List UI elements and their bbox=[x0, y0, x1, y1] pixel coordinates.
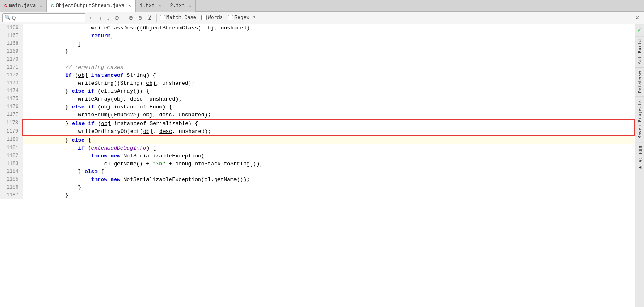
line-number: 1181 bbox=[0, 144, 23, 152]
line-number: 1176 bbox=[0, 103, 23, 111]
table-row: 1173 writeString((String) obj, unshared)… bbox=[0, 79, 634, 87]
line-number: 1185 bbox=[0, 176, 23, 184]
line-content: } else if (obj instanceof Serializable) … bbox=[23, 119, 634, 128]
table-row: 1177 writeEnum((Enum<?>) obj, desc, unsh… bbox=[0, 111, 634, 119]
line-content: writeEnum((Enum<?>) obj, desc, unshared)… bbox=[23, 111, 634, 119]
line-number: 1183 bbox=[0, 160, 23, 168]
table-row: 1168 } bbox=[0, 40, 634, 48]
table-row: 1174 } else if (cl.isArray()) { bbox=[0, 87, 634, 95]
table-row: 1170 bbox=[0, 56, 634, 64]
line-number: 1178 bbox=[0, 119, 23, 128]
line-content: if (obj instanceof String) { bbox=[23, 71, 634, 79]
table-row: 1175 writeArray(obj, desc, unshared); bbox=[0, 95, 634, 103]
back-button[interactable]: ← bbox=[87, 14, 96, 22]
line-number: 1171 bbox=[0, 64, 23, 71]
find-usages-button[interactable]: ⊙ bbox=[113, 14, 121, 22]
search-close-button[interactable]: × bbox=[633, 14, 642, 22]
match-case-checkbox[interactable] bbox=[160, 15, 165, 20]
line-content: } bbox=[23, 192, 634, 199]
ant-build-check[interactable]: ✓ bbox=[638, 24, 642, 36]
line-content bbox=[23, 56, 634, 64]
search-bar: 🔍 ← ↑ ↓ ⊙ ⊕ ⊖ ⊻ Match Case Words Regex ?… bbox=[0, 12, 644, 24]
help-icon[interactable]: ? bbox=[253, 15, 256, 20]
line-number: 1170 bbox=[0, 56, 23, 64]
line-number: 1166 bbox=[0, 24, 23, 32]
table-row: 1180 } else { bbox=[0, 136, 634, 144]
line-number: 1173 bbox=[0, 79, 23, 87]
table-row: 1169 } bbox=[0, 48, 634, 56]
editor-container: 1166 writeClassDesc((ObjectStreamClass) … bbox=[0, 24, 644, 307]
regex-checkbox[interactable] bbox=[228, 15, 233, 20]
line-content: if (extendedDebugInfo) { bbox=[23, 144, 634, 152]
tabs-bar: C main.java × C ObjectOutputStream.java … bbox=[0, 0, 644, 12]
line-number: 1180 bbox=[0, 136, 23, 144]
line-content: writeOrdinaryObject(obj, desc, unshared)… bbox=[23, 128, 634, 136]
search-icon: 🔍 bbox=[5, 15, 11, 21]
stream-icon: C bbox=[51, 3, 54, 8]
sidebar-tool-maven[interactable]: Maven Projects bbox=[635, 96, 644, 142]
exclude-occurrence-button[interactable]: ⊖ bbox=[137, 14, 144, 22]
line-content: // remaining cases bbox=[23, 64, 634, 71]
tab-label-main-java: main.java bbox=[9, 3, 36, 9]
java-icon: C bbox=[4, 3, 7, 8]
sidebar-tool-database[interactable]: Database bbox=[635, 67, 644, 96]
line-number: 1168 bbox=[0, 40, 23, 48]
line-content: throw new NotSerializableException( bbox=[23, 152, 634, 160]
table-row: 1187 } bbox=[0, 192, 634, 199]
tab-close-1-txt[interactable]: × bbox=[159, 3, 161, 8]
line-content: writeClassDesc((ObjectStreamClass) obj, … bbox=[23, 24, 634, 32]
line-content: } else { bbox=[23, 168, 634, 176]
tab-close-main-java[interactable]: × bbox=[39, 3, 42, 8]
search-input[interactable] bbox=[12, 15, 83, 21]
regex-text: Regex bbox=[234, 15, 249, 21]
line-number: 1184 bbox=[0, 168, 23, 176]
tab-label-2-txt: 2.txt bbox=[170, 3, 185, 9]
down-button[interactable]: ↓ bbox=[105, 14, 112, 22]
code-table: 1166 writeClassDesc((ObjectStreamClass) … bbox=[0, 24, 635, 199]
add-occurrence-button[interactable]: ⊕ bbox=[127, 14, 135, 22]
right-sidebar: ✓ Ant Build Database Maven Projects ▶ 4:… bbox=[635, 24, 644, 307]
tab-objectoutputstream-java[interactable]: C ObjectOutputStream.java × bbox=[47, 0, 136, 12]
table-row: 1182 throw new NotSerializableException( bbox=[0, 152, 634, 160]
table-row: 1179 writeOrdinaryObject(obj, desc, unsh… bbox=[0, 128, 634, 136]
table-row: 1171 // remaining cases bbox=[0, 64, 634, 71]
words-label[interactable]: Words bbox=[201, 15, 223, 21]
tab-main-java[interactable]: C main.java × bbox=[0, 0, 47, 12]
tab-1-txt[interactable]: 1.txt × bbox=[136, 0, 166, 12]
table-row: 1183 cl.getName() + "\n" + debugInfoStac… bbox=[0, 160, 634, 168]
search-input-wrap: 🔍 bbox=[2, 13, 85, 22]
table-row: 1186 } bbox=[0, 184, 634, 192]
line-number: 1167 bbox=[0, 32, 23, 40]
words-text: Words bbox=[208, 15, 223, 21]
line-number: 1182 bbox=[0, 152, 23, 160]
match-case-label[interactable]: Match Case bbox=[160, 15, 196, 21]
line-content: writeArray(obj, desc, unshared); bbox=[23, 95, 634, 103]
line-number: 1169 bbox=[0, 48, 23, 56]
regex-label[interactable]: Regex bbox=[228, 15, 249, 21]
line-content: } bbox=[23, 40, 634, 48]
line-content: } bbox=[23, 48, 634, 56]
line-number: 1179 bbox=[0, 128, 23, 136]
line-content: writeString((String) obj, unshared); bbox=[23, 79, 634, 87]
line-content: throw new NotSerializableException(cl.ge… bbox=[23, 176, 634, 184]
filter-button[interactable]: ⊻ bbox=[146, 14, 154, 22]
separator-1 bbox=[124, 14, 124, 22]
table-row: 1176 } else if (obj instanceof Enum) { bbox=[0, 103, 634, 111]
tab-2-txt[interactable]: 2.txt × bbox=[166, 0, 196, 12]
tab-close-objectoutputstream[interactable]: × bbox=[128, 3, 131, 8]
line-number: 1177 bbox=[0, 111, 23, 119]
table-row: 1167 return; bbox=[0, 32, 634, 40]
line-content: } bbox=[23, 184, 634, 192]
code-area[interactable]: 1166 writeClassDesc((ObjectStreamClass) … bbox=[0, 24, 635, 307]
sidebar-tool-ant-build[interactable]: Ant Build bbox=[635, 36, 644, 67]
tab-label-objectoutputstream: ObjectOutputStream.java bbox=[56, 3, 125, 9]
up-button[interactable]: ↑ bbox=[98, 14, 104, 22]
words-checkbox[interactable] bbox=[201, 15, 207, 20]
line-content: } else if (cl.isArray()) { bbox=[23, 87, 634, 95]
match-case-text: Match Case bbox=[166, 15, 196, 21]
line-number: 1186 bbox=[0, 184, 23, 192]
line-content: return; bbox=[23, 32, 634, 40]
tab-close-2-txt[interactable]: × bbox=[189, 3, 192, 8]
line-number: 1187 bbox=[0, 192, 23, 199]
sidebar-tool-run[interactable]: ▶ 4: Run bbox=[635, 142, 644, 174]
